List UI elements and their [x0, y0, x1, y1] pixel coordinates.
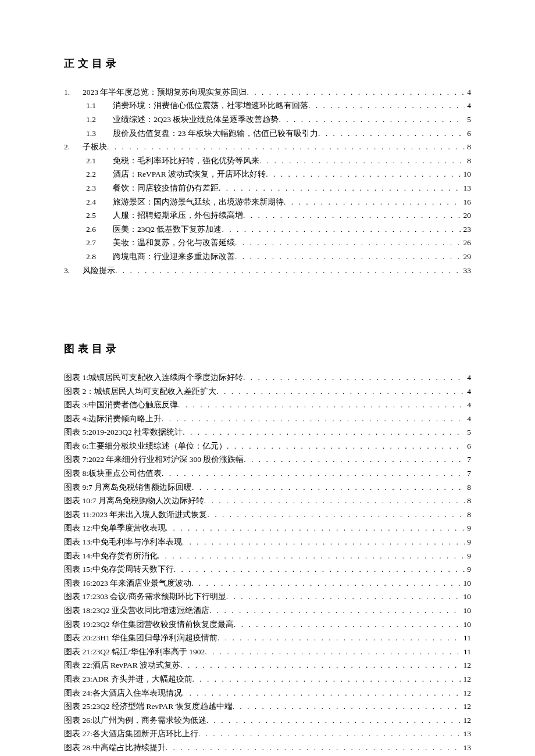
toc-num: 2.1	[86, 155, 113, 167]
toc-title: 正文目录	[64, 55, 471, 72]
fig-label: 图表 6:主要细分板块业绩综述（单位：亿元）	[64, 440, 227, 453]
toc-leader	[259, 155, 465, 167]
fig-label: 图表 2：城镇居民人均可支配收入差距扩大	[64, 385, 216, 398]
toc-num: 2.	[64, 141, 83, 153]
toc-leader	[247, 86, 465, 99]
toc-num: 1.3	[86, 127, 113, 140]
fig-row: 图表 12:中免单季度营收表现9	[64, 522, 471, 535]
fig-page: 13	[461, 741, 472, 754]
toc-l2-row: 2.6 医美：23Q2 低基数下复苏加速 23	[64, 223, 471, 236]
toc-leader	[235, 237, 461, 249]
fig-page: 10	[461, 590, 472, 603]
toc-page: 10	[461, 168, 472, 181]
toc-leader	[222, 223, 461, 236]
fig-label: 图表 26:以广州为例，商务需求较为低迷	[64, 714, 206, 727]
toc-page: 4	[465, 86, 471, 99]
fig-row: 图表 11:2023 年来出入境人数渐进式恢复8	[64, 508, 471, 521]
toc-l2-row: 2.8 跨境电商：行业迎来多重边际改善 29	[64, 250, 471, 263]
toc-leader	[107, 141, 465, 153]
toc-leader	[166, 741, 461, 754]
toc-num: 1.2	[86, 113, 113, 126]
toc-leader	[227, 440, 465, 453]
toc-page: 4	[465, 99, 471, 112]
toc-label: 美妆：温和复苏，分化与改善延续	[113, 237, 235, 249]
figure-toc: 图表 1:城镇居民可支配收入连续两个季度边际好转4 图表 2：城镇居民人均可支配…	[64, 371, 471, 756]
toc-num: 2.7	[86, 237, 113, 249]
toc-page: 8	[465, 155, 471, 167]
fig-label: 图表 17:2303 会议/商务需求预期环比下行明显	[64, 590, 226, 603]
toc-num: 2.6	[86, 223, 113, 236]
toc-leader	[226, 590, 461, 603]
toc-label: 餐饮：同店较疫情前仍有差距	[113, 182, 219, 195]
fig-page: 8	[465, 481, 471, 494]
fig-row: 图表 18:23Q2 亚朵营收同比增速冠绝酒店10	[64, 604, 471, 617]
fig-page: 7	[465, 467, 471, 480]
fig-page: 9	[465, 522, 471, 535]
fig-label: 图表 18:23Q2 亚朵营收同比增速冠绝酒店	[64, 604, 209, 617]
toc-leader	[206, 714, 461, 727]
toc-label: 风险提示	[83, 264, 115, 277]
toc-page: 16	[461, 196, 472, 209]
text-toc: 1. 2023 年半年度总览：预期复苏向现实复苏回归 4 1.1 消费环境：消费…	[64, 86, 471, 277]
fig-row: 图表 8:板块重点公司估值表7	[64, 467, 471, 480]
fig-label: 图表 10:7 月离岛免税购物人次边际好转	[64, 495, 204, 507]
fig-label: 图表 13:中免毛利率与净利率表现	[64, 536, 182, 549]
fig-row: 图表 21:23Q2 锦江/华住净利率高于 190211	[64, 646, 471, 658]
fig-label: 图表 3:中国消费者信心触底反弹	[64, 399, 178, 411]
fig-page: 11	[461, 632, 471, 644]
fig-row: 图表 2：城镇居民人均可支配收入差距扩大4	[64, 385, 471, 398]
toc-l2-row: 1.2 业绩综述：2Q23 板块业绩总体呈逐季改善趋势 5	[64, 113, 471, 126]
toc-page: 29	[461, 250, 472, 263]
toc-label: 股价及估值复盘：23 年板块大幅跑输，估值已较有吸引力	[113, 127, 318, 140]
fig-label: 图表 9:7 月离岛免税销售额边际回暖	[64, 481, 192, 494]
fig-page: 9	[465, 550, 471, 562]
toc-leader	[266, 168, 461, 181]
fig-page: 11	[461, 646, 471, 658]
toc-leader	[198, 728, 461, 740]
fig-page: 10	[461, 577, 472, 590]
fig-row: 图表 28:中高端占比持续提升13	[64, 741, 471, 754]
toc-leader	[182, 687, 461, 700]
toc-leader	[308, 99, 465, 112]
toc-leader	[162, 413, 465, 425]
fig-label: 图表 23:ADR 齐头并进，大幅超疫前	[64, 673, 192, 686]
figures-title: 图表目录	[64, 341, 471, 357]
toc-l2-row: 2.5 人服：招聘短期承压，外包持续高增 20	[64, 209, 471, 222]
toc-leader	[115, 264, 461, 277]
fig-page: 6	[465, 440, 471, 453]
toc-leader	[243, 371, 465, 384]
toc-page: 26	[461, 237, 472, 249]
toc-leader	[158, 550, 465, 562]
fig-label: 图表 8:板块重点公司估值表	[64, 467, 162, 480]
toc-l2-row: 2.7 美妆：温和复苏，分化与改善延续 26	[64, 237, 471, 249]
toc-label: 2023 年半年度总览：预期复苏向现实复苏回归	[83, 86, 247, 99]
fig-label: 图表 14:中免存货有所消化	[64, 550, 158, 562]
toc-page: 5	[465, 113, 471, 126]
fig-page: 8	[465, 495, 471, 507]
toc-num: 2.5	[86, 209, 113, 222]
fig-page: 13	[461, 728, 472, 740]
toc-leader	[209, 604, 461, 617]
fig-row: 图表 23:ADR 齐头并进，大幅超疫前12	[64, 673, 471, 686]
fig-row: 图表 14:中免存货有所消化9	[64, 550, 471, 562]
fig-label: 图表 19:23Q2 华住集团营收较疫情前恢复度最高	[64, 618, 234, 631]
toc-l1-row: 2. 子板块 8	[64, 141, 471, 153]
toc-page: 20	[461, 209, 472, 222]
toc-label: 人服：招聘短期承压，外包持续高增	[113, 209, 243, 222]
fig-page: 12	[461, 714, 472, 727]
fig-row: 图表 7:2022 年来细分行业相对沪深 300 股价涨跌幅7	[64, 453, 471, 466]
fig-label: 图表 7:2022 年来细分行业相对沪深 300 股价涨跌幅	[64, 453, 244, 466]
fig-page: 4	[465, 413, 471, 425]
toc-l2-row: 1.3 股价及估值复盘：23 年板块大幅跑输，估值已较有吸引力 6	[64, 127, 471, 140]
toc-page: 33	[461, 264, 472, 277]
toc-leader	[162, 467, 465, 480]
fig-label: 图表 5:2019-2023Q2 社零数据统计	[64, 426, 183, 439]
fig-row: 图表 15:中免存货周转天数下行9	[64, 563, 471, 576]
toc-l2-row: 2.2 酒店：ReVPAR 波动式恢复，开店环比好转 10	[64, 168, 471, 181]
toc-leader	[234, 618, 461, 631]
fig-page: 9	[465, 563, 471, 576]
toc-num: 1.	[64, 86, 83, 99]
fig-row: 图表 9:7 月离岛免税销售额边际回暖8	[64, 481, 471, 494]
fig-page: 4	[465, 399, 471, 411]
toc-leader	[244, 453, 465, 466]
